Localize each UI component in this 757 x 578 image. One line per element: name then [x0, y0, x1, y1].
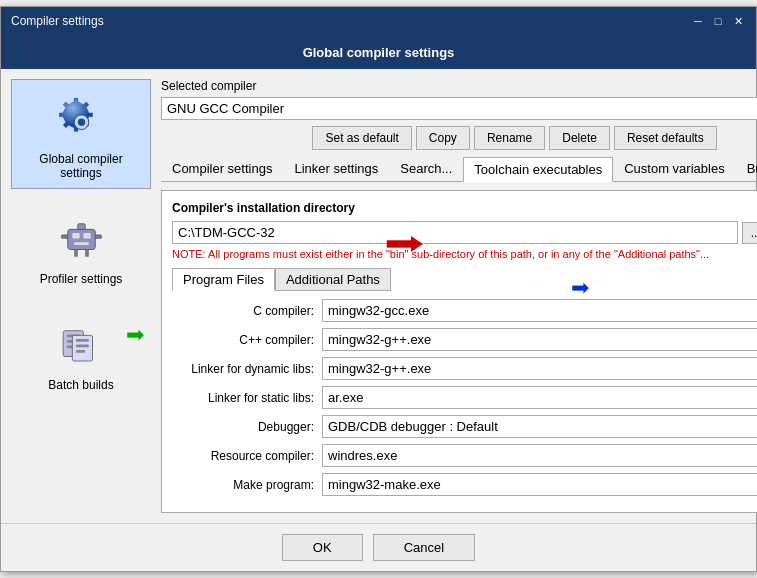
note-text: NOTE: All programs must exist either in …	[172, 248, 757, 260]
title-bar: Compiler settings ─ □ ✕	[1, 7, 756, 35]
sub-tab-program-files[interactable]: Program Files	[172, 268, 275, 291]
sidebar-label-batch: Batch builds	[48, 378, 113, 392]
field-row-linker-dynamic: Linker for dynamic libs: ...	[172, 357, 757, 380]
install-dir-row: ... Auto-detect	[172, 221, 757, 244]
svg-rect-5	[74, 242, 89, 245]
window-title: Compiler settings	[11, 14, 104, 28]
linker-static-input[interactable]	[322, 386, 757, 409]
main-window: Compiler settings ─ □ ✕ Global compiler …	[0, 6, 757, 572]
maximize-button[interactable]: □	[710, 13, 726, 29]
minimize-button[interactable]: ─	[690, 13, 706, 29]
sidebar-item-global[interactable]: Global compiler settings	[11, 79, 151, 189]
selected-compiler-label: Selected compiler	[161, 79, 757, 93]
tab-search[interactable]: Search...	[389, 156, 463, 181]
field-row-make: Make program: ...	[172, 473, 757, 496]
sidebar-label-profiler: Profiler settings	[40, 272, 123, 286]
resource-label: Resource compiler:	[172, 449, 322, 463]
sidebar-item-batch[interactable]: Batch builds	[11, 305, 151, 401]
cpp-compiler-input[interactable]	[322, 328, 757, 351]
inner-panel: Compiler's installation directory ... Au…	[161, 190, 757, 513]
tabs-row: Compiler settings Linker settings Search…	[161, 156, 757, 182]
sidebar-label-global: Global compiler settings	[20, 152, 142, 180]
reset-defaults-button[interactable]: Reset defaults	[614, 126, 717, 150]
svg-rect-17	[76, 344, 89, 347]
compiler-select-row: GNU GCC Compiler	[161, 97, 757, 120]
gear-icon	[51, 88, 111, 148]
resource-input[interactable]	[322, 444, 757, 467]
svg-rect-2	[67, 229, 95, 249]
cancel-button[interactable]: Cancel	[373, 534, 475, 561]
tab-toolchain[interactable]: Toolchain executables	[463, 157, 613, 182]
make-input[interactable]	[322, 473, 757, 496]
browse-button[interactable]: ...	[742, 222, 757, 244]
c-compiler-input[interactable]	[322, 299, 757, 322]
tab-compiler[interactable]: Compiler settings	[161, 156, 283, 181]
install-dir-input[interactable]	[172, 221, 738, 244]
tab-custom[interactable]: Custom variables	[613, 156, 735, 181]
svg-rect-3	[72, 233, 79, 239]
field-row-cpp-compiler: C++ compiler: ...	[172, 328, 757, 351]
svg-rect-10	[85, 249, 89, 256]
toolbar: Set as default Copy Rename Delete Reset …	[161, 126, 757, 150]
field-row-linker-static: Linker for static libs: ...	[172, 386, 757, 409]
svg-rect-7	[61, 234, 67, 238]
cpp-compiler-label: C++ compiler:	[172, 333, 322, 347]
svg-rect-8	[95, 234, 101, 238]
sub-tab-additional-paths[interactable]: Additional Paths	[275, 268, 391, 291]
linker-dynamic-input[interactable]	[322, 357, 757, 380]
compiler-select[interactable]: GNU GCC Compiler	[161, 97, 757, 120]
batch-icon	[51, 314, 111, 374]
ok-button[interactable]: OK	[282, 534, 363, 561]
make-label: Make program:	[172, 478, 322, 492]
main-panel: Selected compiler GNU GCC Compiler Set a…	[161, 79, 757, 513]
sub-tabs-row: Program Files Additional Paths	[172, 268, 757, 291]
field-row-c-compiler: C compiler: ...	[172, 299, 757, 322]
sidebar-item-profiler[interactable]: Profiler settings	[11, 199, 151, 295]
close-button[interactable]: ✕	[730, 13, 746, 29]
svg-rect-16	[76, 339, 89, 342]
delete-button[interactable]: Delete	[549, 126, 610, 150]
content-area: ➡ ➡ ➡	[1, 69, 756, 523]
linker-static-label: Linker for static libs:	[172, 391, 322, 405]
svg-rect-9	[74, 249, 78, 256]
copy-button[interactable]: Copy	[416, 126, 470, 150]
install-dir-label: Compiler's installation directory	[172, 201, 757, 215]
sidebar: Global compiler settings	[11, 79, 151, 513]
rename-button[interactable]: Rename	[474, 126, 545, 150]
window-header: Global compiler settings	[1, 35, 756, 69]
svg-rect-18	[76, 350, 85, 353]
c-compiler-label: C compiler:	[172, 304, 322, 318]
header-title: Global compiler settings	[303, 45, 455, 60]
debugger-select[interactable]: GDB/CDB debugger : Default	[322, 415, 757, 438]
field-row-resource: Resource compiler: ...	[172, 444, 757, 467]
debugger-label: Debugger:	[172, 420, 322, 434]
tab-linker[interactable]: Linker settings	[283, 156, 389, 181]
svg-point-1	[77, 118, 84, 125]
footer: OK Cancel	[1, 523, 756, 571]
fields-table: C compiler: ... C++ compiler: ... Linker…	[172, 299, 757, 496]
set-default-button[interactable]: Set as default	[312, 126, 411, 150]
linker-dynamic-label: Linker for dynamic libs:	[172, 362, 322, 376]
tab-build[interactable]: Build options	[736, 156, 757, 181]
svg-rect-4	[83, 233, 90, 239]
svg-rect-6	[77, 223, 84, 229]
profiler-icon	[51, 208, 111, 268]
field-row-debugger: Debugger: GDB/CDB debugger : Default	[172, 415, 757, 438]
window-controls: ─ □ ✕	[690, 13, 746, 29]
